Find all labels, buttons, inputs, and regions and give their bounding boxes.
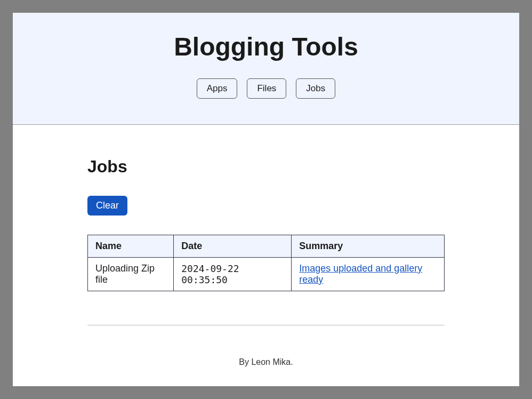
- cell-date: 2024-09-22 00:35:50: [174, 258, 292, 291]
- nav-apps-button[interactable]: Apps: [197, 78, 238, 99]
- table-header-row: Name Date Summary: [88, 235, 445, 258]
- app-window: Blogging Tools Apps Files Jobs Jobs Clea…: [13, 13, 519, 386]
- nav-jobs-button[interactable]: Jobs: [296, 78, 335, 99]
- clear-button[interactable]: Clear: [87, 196, 127, 216]
- nav: Apps Files Jobs: [13, 78, 519, 99]
- column-header-summary: Summary: [292, 235, 445, 258]
- jobs-table: Name Date Summary Uploading Zip file 202…: [87, 235, 445, 291]
- app-title: Blogging Tools: [13, 32, 519, 61]
- footer-text: By Leon Mika.: [87, 357, 445, 367]
- summary-link[interactable]: Images uploaded and gallery ready: [299, 263, 422, 285]
- cell-summary: Images uploaded and gallery ready: [292, 258, 445, 291]
- nav-files-button[interactable]: Files: [247, 78, 286, 99]
- page-title: Jobs: [87, 157, 445, 177]
- footer: By Leon Mika.: [13, 325, 519, 386]
- column-header-name: Name: [88, 235, 174, 258]
- table-row: Uploading Zip file 2024-09-22 00:35:50 I…: [88, 258, 445, 291]
- column-header-date: Date: [174, 235, 292, 258]
- cell-name: Uploading Zip file: [88, 258, 174, 291]
- header: Blogging Tools Apps Files Jobs: [13, 13, 519, 125]
- main-content: Jobs Clear Name Date Summary Uploading Z…: [13, 125, 519, 325]
- footer-divider: [87, 325, 445, 325]
